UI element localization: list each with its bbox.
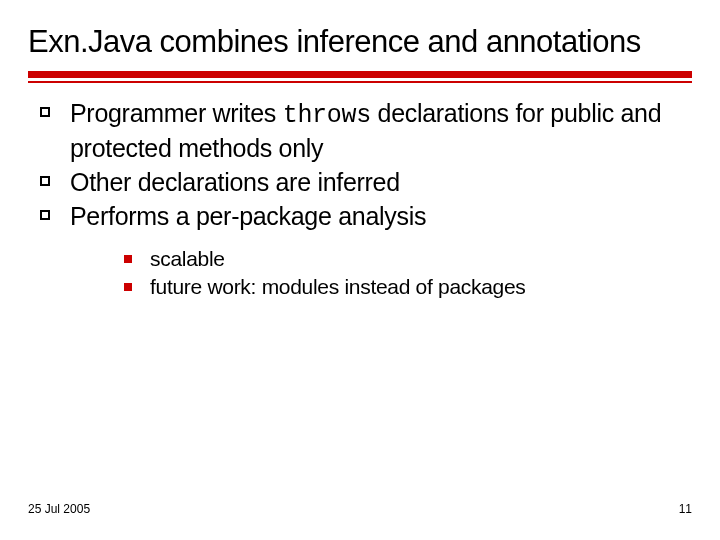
divider-thin: [28, 81, 692, 83]
list-item-text: Performs a per-package analysis: [70, 200, 426, 232]
square-bullet-icon: [40, 210, 50, 220]
slide-title: Exn.Java combines inference and annotati…: [28, 24, 692, 61]
text-run: Performs a per-package analysis: [70, 202, 426, 230]
text-run: Other declarations are inferred: [70, 168, 400, 196]
list-item: Programmer writes throws declarations fo…: [28, 97, 692, 164]
slide-footer: 25 Jul 2005 11: [28, 502, 692, 516]
square-bullet-filled-icon: [124, 255, 132, 263]
sublist-item-text: scalable: [150, 246, 225, 273]
list-item-text: Programmer writes throws declarations fo…: [70, 97, 692, 164]
square-bullet-icon: [40, 176, 50, 186]
sublist-item-text: future work: modules instead of packages: [150, 274, 526, 301]
square-bullet-filled-icon: [124, 283, 132, 291]
sublist-item: future work: modules instead of packages: [28, 274, 692, 301]
list-item: Performs a per-package analysis: [28, 200, 692, 232]
list-item-text: Other declarations are inferred: [70, 166, 400, 198]
footer-date: 25 Jul 2005: [28, 502, 90, 516]
sublist: scalable future work: modules instead of…: [28, 246, 692, 302]
slide: Exn.Java combines inference and annotati…: [0, 0, 720, 540]
footer-page-number: 11: [679, 502, 692, 516]
text-run: Programmer writes: [70, 99, 283, 127]
code-run: throws: [283, 101, 371, 130]
sublist-item: scalable: [28, 246, 692, 273]
list-item: Other declarations are inferred: [28, 166, 692, 198]
divider-thick: [28, 71, 692, 78]
square-bullet-icon: [40, 107, 50, 117]
slide-body: Programmer writes throws declarations fo…: [28, 97, 692, 302]
